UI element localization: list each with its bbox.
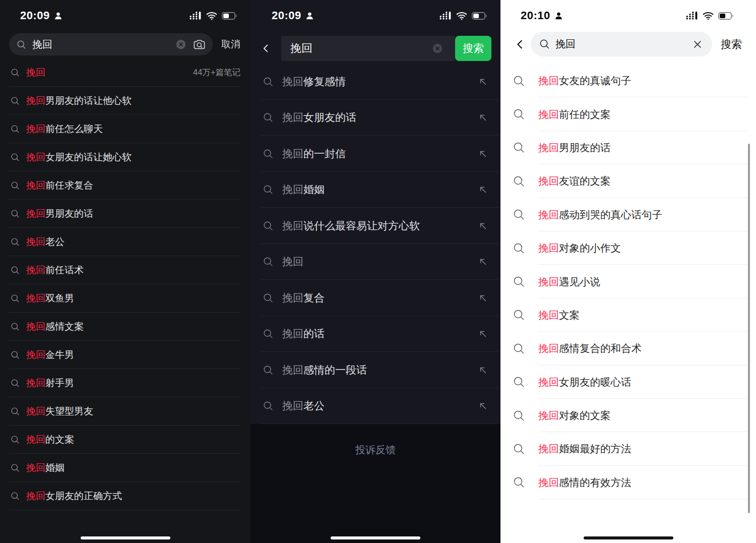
- insert-arrow-icon[interactable]: [477, 184, 488, 195]
- suggestion-row[interactable]: 挽回女朋友的暖心话: [500, 366, 756, 399]
- suggestion-row[interactable]: 挽回对象的文案: [500, 399, 756, 432]
- insert-arrow-icon[interactable]: [477, 148, 488, 159]
- cancel-button[interactable]: 取消: [221, 38, 240, 51]
- status-bar: 20:09: [0, 0, 250, 28]
- suggestion-row[interactable]: 挽回老公: [250, 388, 500, 425]
- user-icon: [554, 12, 563, 20]
- suggestion-row[interactable]: 挽回感情文案: [0, 313, 250, 341]
- insert-arrow-icon[interactable]: [477, 328, 488, 339]
- insert-arrow-icon[interactable]: [477, 220, 488, 231]
- search-icon: [263, 220, 274, 231]
- suggestion-row[interactable]: 挽回女朋友的正确方式: [0, 482, 250, 510]
- suggestion-row[interactable]: 挽回前任话术: [0, 256, 250, 284]
- suggestion-row[interactable]: 挽回遇见小说: [500, 265, 756, 298]
- search-icon: [513, 376, 525, 388]
- insert-arrow-icon[interactable]: [477, 365, 488, 376]
- suggestion-text: 挽回感情文案: [26, 320, 84, 333]
- status-bar: 20:10: [500, 0, 756, 28]
- status-icons: [439, 12, 487, 20]
- search-icon: [263, 148, 274, 159]
- suggestion-row[interactable]: 挽回的一封信: [250, 136, 500, 172]
- clear-input-icon[interactable]: [175, 39, 186, 50]
- suggestion-row[interactable]: 挽回前任的文案: [500, 97, 756, 131]
- search-icon: [513, 175, 525, 188]
- status-time: 20:09: [272, 9, 301, 22]
- search-icon: [513, 409, 525, 422]
- suggestion-row[interactable]: 挽回复合: [250, 280, 500, 316]
- suggestion-text: 挽回男朋友的话: [26, 207, 93, 220]
- suggestion-row[interactable]: 挽回婚姻最好的方法: [500, 432, 756, 465]
- feedback-link[interactable]: 投诉反馈: [355, 443, 396, 457]
- suggestion-text: 挽回女朋友的话让她心软: [26, 151, 132, 164]
- suggestion-row[interactable]: 挽回友谊的文案: [500, 164, 756, 198]
- back-icon[interactable]: [514, 38, 527, 51]
- suggestion-row[interactable]: 挽回的文案: [0, 426, 250, 454]
- search-input[interactable]: [554, 38, 692, 50]
- suggestion-text: 挽回感动到哭的真心话句子: [538, 208, 662, 222]
- clear-input-icon[interactable]: [692, 39, 703, 50]
- suggestion-row[interactable]: 挽回失望型男友: [0, 397, 250, 426]
- status-time: 20:10: [521, 9, 550, 22]
- suggestion-text: 挽回复合: [282, 291, 325, 305]
- suggestion-row[interactable]: 挽回婚姻: [250, 172, 500, 208]
- search-icon: [263, 328, 274, 339]
- insert-arrow-icon[interactable]: [477, 112, 488, 123]
- suggestion-row[interactable]: 挽回女朋友的话: [250, 100, 500, 136]
- suggestion-text: 挽回感情的一段话: [282, 363, 367, 377]
- suggestion-row[interactable]: 挽回修复感情: [250, 64, 500, 100]
- search-input[interactable]: [31, 38, 175, 51]
- suggestion-row[interactable]: 挽回前任求复合: [0, 171, 250, 200]
- suggestion-text: 挽回双鱼男: [26, 292, 74, 305]
- back-icon[interactable]: [260, 42, 273, 54]
- search-bar[interactable]: [531, 32, 712, 56]
- suggestion-row[interactable]: 挽回男朋友的话: [0, 200, 250, 228]
- suggestion-row[interactable]: 挽回女友的真诚句子: [500, 64, 756, 97]
- suggestion-text: 挽回男朋友的话: [538, 141, 611, 155]
- scrollbar[interactable]: [748, 144, 750, 513]
- suggestion-row[interactable]: 挽回金牛男: [0, 341, 250, 369]
- suggestion-row[interactable]: 挽回的话: [250, 316, 500, 352]
- suggestion-text: 挽回对象的文案: [538, 408, 611, 423]
- suggestion-row[interactable]: 挽回婚姻: [0, 454, 250, 482]
- search-bar[interactable]: [281, 36, 455, 61]
- search-bar[interactable]: [9, 33, 213, 55]
- suggestion-row[interactable]: 挽回说什么最容易让对方心软: [250, 208, 500, 244]
- suggestion-row[interactable]: 挽回双鱼男: [0, 284, 250, 313]
- insert-arrow-icon[interactable]: [477, 292, 488, 304]
- insert-arrow-icon[interactable]: [477, 256, 488, 267]
- suggestion-text: 挽回女朋友的话: [282, 110, 356, 125]
- suggestion-row[interactable]: 挽回男朋友的话让他心软: [0, 87, 250, 115]
- suggestion-text: 挽回前任怎么聊天: [26, 123, 103, 136]
- suggestion-row[interactable]: 挽回男朋友的话: [500, 131, 756, 164]
- suggestion-row[interactable]: 挽回感情复合的和合术: [500, 332, 756, 365]
- wifi-icon: [206, 12, 217, 20]
- search-input[interactable]: [289, 41, 432, 55]
- insert-arrow-icon[interactable]: [477, 76, 488, 87]
- suggestion-text: 挽回文案: [538, 308, 580, 322]
- suggestion-row[interactable]: 挽回文案: [500, 298, 756, 332]
- suggestion-row[interactable]: 挽回对象的小作文: [500, 231, 756, 265]
- search-button[interactable]: 搜索: [721, 37, 742, 51]
- suggestion-row[interactable]: 挽回女朋友的话让她心软: [0, 143, 250, 171]
- suggestion-row[interactable]: 挽回老公: [0, 228, 250, 256]
- suggestion-text: 挽回: [282, 255, 303, 269]
- suggestion-row[interactable]: 挽回: [250, 244, 500, 280]
- suggestion-list: 挽回 44万+篇笔记 挽回男朋友的话让他心软 挽回前任怎么聊天 挽回女朋友的话让…: [0, 58, 250, 510]
- suggestion-text: 挽回前任求复合: [26, 179, 93, 192]
- suggestion-row[interactable]: 挽回感情的一段话: [250, 352, 500, 388]
- insert-arrow-icon[interactable]: [477, 400, 488, 411]
- suggestion-row[interactable]: 挽回前任怎么聊天: [0, 115, 250, 143]
- suggestion-row[interactable]: 挽回 44万+篇笔记: [0, 58, 250, 87]
- home-indicator[interactable]: [584, 536, 673, 539]
- clear-input-icon[interactable]: [432, 43, 443, 54]
- search-icon: [10, 152, 20, 162]
- suggestion-row[interactable]: 挽回感动到哭的真心话句子: [500, 198, 756, 231]
- photo-search-icon[interactable]: [193, 38, 206, 51]
- suggestion-row[interactable]: 挽回感情的有效方法: [500, 466, 756, 499]
- suggestion-row[interactable]: 挽回射手男: [0, 369, 250, 397]
- home-indicator[interactable]: [331, 536, 420, 539]
- suggestion-text: 挽回女朋友的暖心话: [538, 375, 632, 389]
- search-button[interactable]: 搜索: [455, 36, 491, 61]
- search-icon: [513, 342, 525, 355]
- home-indicator[interactable]: [81, 536, 170, 539]
